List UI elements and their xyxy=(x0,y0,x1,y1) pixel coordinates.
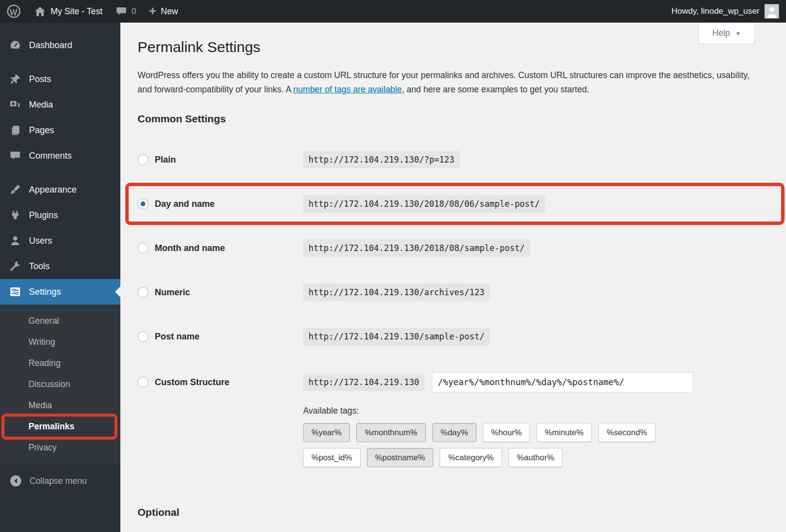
sidebar-item-label: Comments xyxy=(29,151,72,161)
collapse-menu-label: Collapse menu xyxy=(29,476,87,486)
permalink-option-month-and-name: Month and name http://172.104.219.130/20… xyxy=(138,226,775,270)
radio-day-and-name[interactable] xyxy=(138,198,148,209)
brush-icon xyxy=(9,184,21,196)
radio-post-name[interactable] xyxy=(138,331,148,342)
plus-icon: + xyxy=(149,4,156,17)
radio-month-and-name[interactable] xyxy=(138,243,148,253)
avatar[interactable] xyxy=(764,4,779,19)
tag-post-id-button[interactable]: %post_id% xyxy=(303,448,361,467)
optional-heading: Optional xyxy=(138,506,775,518)
sidebar-item-label: Appearance xyxy=(29,185,77,195)
menu-separator xyxy=(0,58,120,66)
sidebar-item-reading[interactable]: Reading xyxy=(0,353,120,374)
sidebar-item-pages[interactable]: Pages xyxy=(0,117,120,143)
sidebar-item-appearance[interactable]: Appearance xyxy=(0,177,120,202)
permalink-example-month-and-name: http://172.104.219.130/2018/08/sample-po… xyxy=(303,239,530,257)
tag-year-button[interactable]: %year% xyxy=(303,423,350,442)
tag-monthnum-button[interactable]: %monthnum% xyxy=(356,423,425,442)
sidebar-item-media[interactable]: Media xyxy=(0,92,120,117)
sidebar-item-permalinks[interactable]: Permalinks xyxy=(0,416,120,437)
intro-paragraph: WordPress offers you the ability to crea… xyxy=(138,68,758,97)
tag-day-button[interactable]: %day% xyxy=(432,423,477,442)
wordpress-logo-icon xyxy=(6,4,21,19)
sidebar-item-settings[interactable]: Settings xyxy=(0,279,120,305)
permalink-example-numeric: http://172.104.219.130/archives/123 xyxy=(303,283,490,301)
menu-separator xyxy=(0,168,120,177)
sidebar-item-media-settings[interactable]: Media xyxy=(0,395,120,416)
option-label-numeric[interactable]: Numeric xyxy=(155,287,190,298)
radio-custom-structure[interactable] xyxy=(138,377,148,388)
sidebar-item-label: Tools xyxy=(29,261,50,272)
sidebar-item-dashboard[interactable]: Dashboard xyxy=(0,32,120,58)
sidebar-item-label: Posts xyxy=(29,74,51,84)
custom-structure-url-prefix: http://172.104.219.130 xyxy=(303,373,424,391)
available-tags-list: %year% %monthnum% %day% %hour% %minute% … xyxy=(303,423,716,467)
media-icon xyxy=(9,99,21,111)
sidebar-item-label: Users xyxy=(29,236,52,246)
page-title: Permalink Settings xyxy=(138,39,775,56)
admin-sidebar: Dashboard Posts Media Pages xyxy=(0,23,120,532)
user-icon xyxy=(9,235,21,247)
sidebar-item-privacy[interactable]: Privacy xyxy=(0,437,120,458)
collapse-arrow-icon xyxy=(9,475,22,487)
help-button[interactable]: Help ▼ xyxy=(699,23,755,44)
submenu-label: Writing xyxy=(28,337,55,347)
submenu-label: Discussion xyxy=(28,379,70,390)
tag-author-button[interactable]: %author% xyxy=(508,448,562,467)
site-name-label: My Site - Test xyxy=(51,6,103,17)
sidebar-item-users[interactable]: Users xyxy=(0,228,120,253)
howdy-label[interactable]: Howdy, linode_wp_user xyxy=(672,6,759,16)
option-label-post-name[interactable]: Post name xyxy=(155,332,199,342)
option-label-day-and-name[interactable]: Day and name xyxy=(155,199,215,209)
option-label-custom-structure[interactable]: Custom Structure xyxy=(155,377,229,388)
wrench-icon xyxy=(9,260,21,272)
collapse-menu-button[interactable]: Collapse menu xyxy=(0,470,120,492)
sidebar-item-posts[interactable]: Posts xyxy=(0,66,120,92)
permalink-option-day-and-name: Day and name http://172.104.219.130/2018… xyxy=(138,182,775,226)
permalink-example-post-name: http://172.104.219.130/sample-post/ xyxy=(303,328,490,345)
available-tags-label: Available tags: xyxy=(303,406,775,416)
intro-text: , and here are some examples to get you … xyxy=(402,84,589,94)
option-label-month-and-name[interactable]: Month and name xyxy=(155,243,225,253)
plugin-icon xyxy=(9,209,21,221)
site-name-menu[interactable]: My Site - Test xyxy=(28,0,109,23)
permalink-example-day-and-name: http://172.104.219.130/2018/08/06/sample… xyxy=(303,195,545,213)
sidebar-item-label: Media xyxy=(29,100,53,110)
radio-numeric[interactable] xyxy=(138,287,148,298)
permalink-option-plain: Plain http://172.104.219.130/?p=123 xyxy=(138,138,775,182)
sidebar-item-discussion[interactable]: Discussion xyxy=(0,374,120,395)
sidebar-item-plugins[interactable]: Plugins xyxy=(0,202,120,228)
tags-available-link[interactable]: number of tags are available xyxy=(293,84,402,94)
comments-icon xyxy=(9,150,21,162)
tag-minute-button[interactable]: %minute% xyxy=(536,423,592,442)
comments-menu[interactable]: 0 xyxy=(109,0,142,23)
sidebar-item-comments[interactable]: Comments xyxy=(0,143,120,168)
sidebar-item-tools[interactable]: Tools xyxy=(0,253,120,279)
admin-bar: My Site - Test 0 + New Howdy, linode_wp_… xyxy=(0,0,786,23)
comment-count: 0 xyxy=(132,6,136,16)
sidebar-item-general[interactable]: General xyxy=(0,310,120,332)
custom-structure-input[interactable] xyxy=(432,372,693,392)
sidebar-item-writing[interactable]: Writing xyxy=(0,332,120,353)
new-label: New xyxy=(161,6,178,17)
common-settings-heading: Common Settings xyxy=(138,113,775,125)
option-label-plain[interactable]: Plain xyxy=(155,155,176,165)
help-label: Help xyxy=(712,28,730,38)
permalink-option-numeric: Numeric http://172.104.219.130/archives/… xyxy=(138,270,775,314)
chevron-down-icon: ▼ xyxy=(735,30,741,36)
permalink-option-post-name: Post name http://172.104.219.130/sample-… xyxy=(138,314,775,359)
tag-postname-button[interactable]: %postname% xyxy=(367,448,434,467)
wordpress-logo-menu[interactable] xyxy=(0,0,28,23)
settings-submenu: General Writing Reading Discussion Media… xyxy=(0,305,120,464)
submenu-label: Privacy xyxy=(28,443,56,453)
permalink-example-plain: http://172.104.219.130/?p=123 xyxy=(303,151,460,168)
new-menu[interactable]: + New xyxy=(142,0,184,23)
radio-plain[interactable] xyxy=(138,154,148,165)
tag-second-button[interactable]: %second% xyxy=(598,423,656,442)
comment-bubble-icon xyxy=(115,5,127,17)
tag-hour-button[interactable]: %hour% xyxy=(483,423,530,442)
submenu-label: Media xyxy=(28,400,52,411)
home-icon xyxy=(34,5,46,18)
main-content: Help ▼ Permalink Settings WordPress offe… xyxy=(120,23,786,532)
tag-category-button[interactable]: %category% xyxy=(440,448,502,467)
